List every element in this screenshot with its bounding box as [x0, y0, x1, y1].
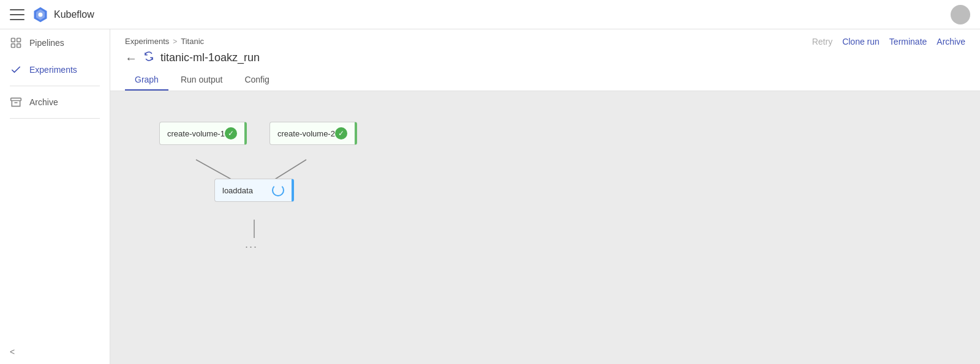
sidebar-item-archive[interactable]: Archive	[0, 89, 110, 116]
node-label-create-volume-2: create-volume-2	[277, 129, 335, 138]
sidebar-divider-2	[10, 118, 100, 119]
retry-button[interactable]: Retry	[812, 37, 832, 46]
pipelines-label: Pipelines	[29, 38, 64, 48]
sidebar-item-experiments[interactable]: Experiments	[0, 56, 110, 83]
run-title-row: ← titanic-ml-1oakz_run	[125, 51, 965, 65]
app-title: Kubeflow	[54, 9, 94, 20]
logo: Kubeflow	[32, 6, 94, 23]
svg-rect-7	[11, 98, 21, 100]
archive-icon	[10, 96, 22, 108]
svg-rect-3	[12, 39, 15, 42]
node-create-volume-2[interactable]: create-volume-2 ✓	[270, 122, 357, 145]
node-label-loaddata: loaddata	[222, 186, 253, 195]
sidebar-collapse-btn[interactable]: <	[0, 340, 110, 364]
breadcrumb-parent[interactable]: Experiments	[125, 37, 169, 46]
experiments-label: Experiments	[29, 65, 77, 75]
top-nav: Kubeflow	[0, 0, 980, 29]
breadcrumb-separator: >	[173, 37, 177, 46]
refresh-button[interactable]	[143, 51, 154, 65]
kubeflow-logo-icon	[32, 6, 49, 23]
breadcrumb-current: Titanic	[181, 37, 204, 46]
pipeline-canvas: create-volume-1 ✓ create-volume-2 ✓ load…	[110, 91, 980, 364]
node-label-create-volume-1: create-volume-1	[167, 129, 225, 138]
back-button[interactable]: ←	[125, 52, 137, 64]
archive-button[interactable]: Archive	[937, 37, 965, 46]
archive-label: Archive	[29, 97, 58, 107]
tabs: Graph Run output Config	[125, 70, 965, 91]
main-content: Retry Clone run Terminate Archive Experi…	[110, 0, 980, 364]
tab-config[interactable]: Config	[235, 70, 279, 91]
node-status-create-volume-2: ✓	[335, 127, 347, 139]
node-status-loaddata	[272, 184, 284, 196]
node-create-volume-1[interactable]: create-volume-1 ✓	[159, 122, 247, 145]
action-buttons: Retry Clone run Terminate Archive	[812, 37, 965, 46]
node-loaddata[interactable]: loaddata	[214, 179, 294, 202]
svg-rect-6	[17, 44, 21, 48]
pipeline-more-dots: ...	[245, 238, 258, 251]
user-avatar[interactable]	[951, 5, 970, 24]
svg-rect-5	[12, 44, 15, 48]
graph-area: create-volume-1 ✓ create-volume-2 ✓ load…	[110, 91, 980, 364]
experiments-icon	[10, 64, 22, 76]
run-title: titanic-ml-1oakz_run	[160, 51, 260, 64]
node-status-create-volume-1: ✓	[225, 127, 237, 139]
pipelines-icon	[10, 37, 22, 49]
content-header: Retry Clone run Terminate Archive Experi…	[110, 29, 980, 91]
tab-run-output[interactable]: Run output	[171, 70, 233, 91]
hamburger-menu[interactable]	[10, 7, 24, 22]
sidebar-item-pipelines[interactable]: Pipelines	[0, 29, 110, 56]
svg-point-2	[39, 12, 43, 17]
sidebar: Pipelines Experiments Archive <	[0, 0, 110, 364]
sidebar-divider-1	[10, 86, 100, 86]
clone-run-button[interactable]: Clone run	[842, 37, 880, 46]
svg-rect-4	[17, 39, 21, 42]
terminate-button[interactable]: Terminate	[889, 37, 927, 46]
tab-graph[interactable]: Graph	[125, 70, 168, 91]
